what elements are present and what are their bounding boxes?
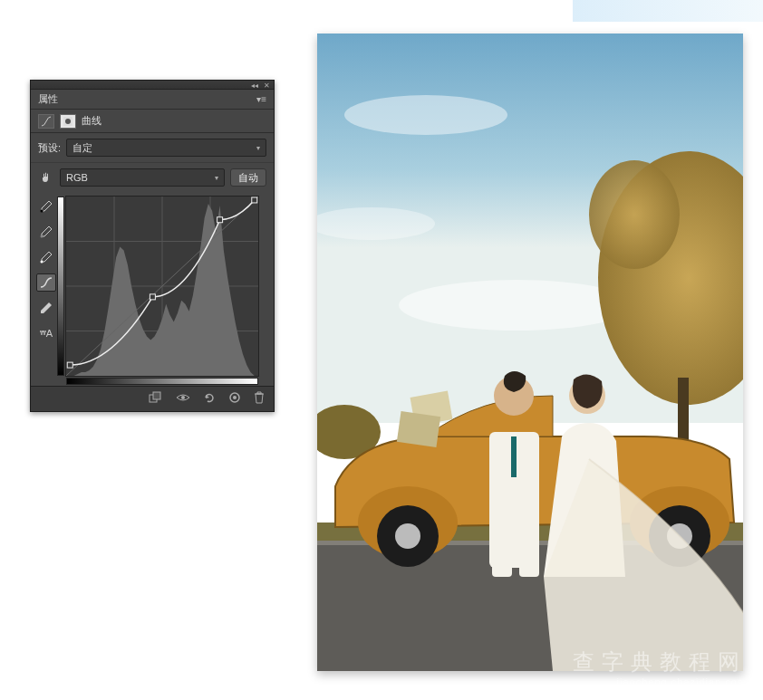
revert-icon[interactable] <box>203 391 216 407</box>
svg-rect-39 <box>397 411 440 447</box>
svg-rect-12 <box>67 362 72 368</box>
svg-point-26 <box>589 160 680 269</box>
auto-button[interactable]: 自动 <box>230 168 266 187</box>
panel-title-bar: 属性 ▾≡ <box>31 90 274 110</box>
svg-rect-42 <box>511 436 517 477</box>
svg-rect-17 <box>153 392 160 399</box>
adjustment-type-label: 曲线 <box>82 114 101 128</box>
svg-rect-14 <box>217 217 223 223</box>
preset-select[interactable]: 自定 <box>66 139 266 157</box>
svg-point-4 <box>41 261 43 264</box>
watermark-title: 查字典教程网 <box>573 647 747 676</box>
output-gradient <box>57 197 64 376</box>
curves-icon[interactable] <box>38 114 54 129</box>
clip-to-layer-icon[interactable] <box>149 391 163 407</box>
pencil-icon[interactable] <box>36 299 56 317</box>
text-adjust-icon[interactable]: ₩A <box>36 324 56 342</box>
close-icon[interactable]: ✕ <box>264 82 270 90</box>
curves-body: ₩A <box>31 192 274 386</box>
panel-tab-strip: ◂◂ ✕ <box>31 81 274 90</box>
svg-point-22 <box>344 95 507 135</box>
visibility-icon[interactable] <box>176 392 190 406</box>
svg-point-35 <box>395 523 420 549</box>
input-gradient <box>66 378 258 385</box>
adjustment-type-row: 曲线 <box>31 110 274 133</box>
preset-value: 自定 <box>72 141 92 155</box>
delete-icon[interactable] <box>254 391 265 407</box>
channel-value: RGB <box>66 172 88 183</box>
eyedropper-white-icon[interactable] <box>36 248 56 266</box>
graph-area <box>62 192 274 386</box>
svg-rect-43 <box>492 559 512 577</box>
properties-panel: ◂◂ ✕ 属性 ▾≡ 曲线 预设: 自定 RGB 自动 <box>30 80 275 412</box>
panel-footer <box>31 386 274 411</box>
svg-rect-13 <box>150 294 155 300</box>
svg-point-1 <box>65 119 71 124</box>
panel-title: 属性 <box>38 92 58 106</box>
watermark-url: jiaocheng.chazidian.com <box>573 676 747 687</box>
eyedropper-gray-icon[interactable] <box>36 223 56 241</box>
page-decoration <box>573 0 763 22</box>
watermark: 查字典教程网 jiaocheng.chazidian.com <box>573 647 747 687</box>
channel-row: RGB 自动 <box>31 163 274 192</box>
svg-rect-44 <box>519 559 539 577</box>
eyedropper-black-icon[interactable] <box>36 197 56 216</box>
reset-icon[interactable] <box>228 391 241 407</box>
preset-label: 预设: <box>38 141 61 155</box>
preset-row: 预设: 自定 <box>31 133 274 163</box>
mask-icon[interactable] <box>60 114 76 129</box>
svg-point-20 <box>233 396 237 399</box>
collapse-icon[interactable]: ◂◂ <box>251 82 258 90</box>
curves-graph[interactable] <box>65 196 259 377</box>
svg-point-3 <box>41 235 43 238</box>
svg-point-18 <box>181 396 185 399</box>
preview-image <box>317 34 743 671</box>
svg-rect-15 <box>252 197 257 203</box>
curve-smooth-icon[interactable] <box>36 273 56 292</box>
menu-icon[interactable]: ▾≡ <box>256 94 266 104</box>
hand-icon[interactable] <box>38 170 54 185</box>
svg-point-2 <box>41 210 43 213</box>
channel-select[interactable]: RGB <box>60 168 225 187</box>
